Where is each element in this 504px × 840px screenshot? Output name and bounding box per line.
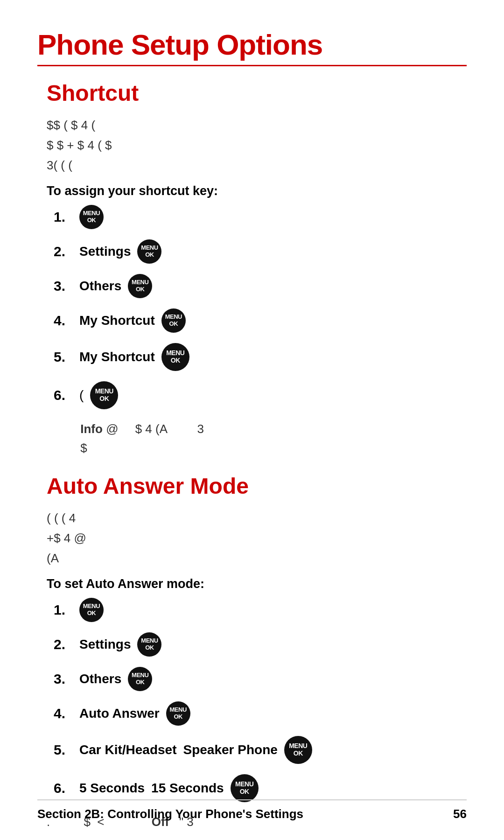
shortcut-step-6: 6. ( MENUOK <box>47 381 457 409</box>
auto-answer-title: Auto Answer Mode <box>47 473 467 499</box>
shortcut-note-line2: $ <box>47 439 457 458</box>
title-divider <box>37 65 467 66</box>
aa-step-2: 2. Settings MENUOK <box>47 632 457 657</box>
step-2-bold: Settings <box>79 244 131 259</box>
step-text-6: ( MENUOK <box>79 381 457 409</box>
aa-step-6-bold1: 5 Seconds <box>79 781 145 796</box>
step-text-3: Others MENUOK <box>79 274 457 298</box>
aa-step-3: 3. Others MENUOK <box>47 667 457 691</box>
shortcut-step-5: 5. My Shortcut MENUOK <box>47 343 457 371</box>
shortcut-instruction: To assign your shortcut key: <box>47 184 457 198</box>
step-6-text: ( <box>79 388 84 403</box>
aa-menu-ok-btn-5[interactable]: MENUOK <box>284 736 312 764</box>
aa-step-num-4: 4. <box>47 706 79 721</box>
shortcut-note-line1: Info @ $ 4 (A 3 <box>47 420 457 439</box>
shortcut-section: Shortcut $$ ( $ 4 ( $ $ + $ 4 ( $ 3( ( (… <box>37 80 467 458</box>
aa-step-4-bold: Auto Answer <box>79 706 160 721</box>
info-label: Info <box>80 422 103 436</box>
aa-step-1: 1. MENUOK <box>47 598 457 622</box>
auto-desc-line1: ( ( ( 4 <box>47 508 457 528</box>
aa-step-text-4: Auto Answer MENUOK <box>79 701 457 726</box>
shortcut-desc-line1: $$ ( $ 4 ( <box>47 115 457 135</box>
auto-desc-line2: +$ 4 @ <box>47 528 457 548</box>
shortcut-note: Info @ $ 4 (A 3 $ <box>47 420 457 458</box>
aa-step-text-2: Settings MENUOK <box>79 632 457 657</box>
menu-ok-btn-5[interactable]: MENUOK <box>161 343 189 371</box>
step-num-1: 1. <box>47 209 79 225</box>
aa-step-5-bold1: Car Kit/Headset <box>79 742 177 757</box>
step-num-2: 2. <box>47 244 79 259</box>
step-text-4: My Shortcut MENUOK <box>79 308 457 333</box>
aa-menu-ok-btn-1[interactable]: MENUOK <box>79 598 104 622</box>
menu-ok-btn-3[interactable]: MENUOK <box>128 274 152 298</box>
page-footer: Section 2B: Controlling Your Phone's Set… <box>37 799 467 821</box>
aa-step-3-bold: Others <box>79 672 121 686</box>
auto-desc-line3: (A <box>47 548 457 568</box>
step-4-bold: My Shortcut <box>79 313 155 328</box>
step-num-4: 4. <box>47 313 79 329</box>
aa-menu-ok-btn-2[interactable]: MENUOK <box>137 632 161 657</box>
step-num-6: 6. <box>47 387 79 403</box>
aa-menu-ok-btn-6[interactable]: MENUOK <box>231 774 259 802</box>
shortcut-desc: $$ ( $ 4 ( $ $ + $ 4 ( $ 3( ( ( <box>47 115 457 175</box>
aa-step-text-6: 5 Seconds 15 Seconds MENUOK <box>79 774 457 802</box>
aa-menu-ok-btn-3[interactable]: MENUOK <box>128 667 152 691</box>
menu-ok-btn-1[interactable]: MENUOK <box>79 205 104 229</box>
aa-step-num-3: 3. <box>47 671 79 687</box>
menu-ok-btn-4[interactable]: MENUOK <box>161 308 186 333</box>
shortcut-step-4: 4. My Shortcut MENUOK <box>47 308 457 333</box>
aa-step-6-bold2: 15 Seconds <box>151 781 224 796</box>
step-text-1: MENUOK <box>79 205 457 229</box>
auto-answer-steps: 1. MENUOK 2. Settings MENUOK 3. Others M… <box>47 598 457 802</box>
aa-step-2-bold: Settings <box>79 637 131 652</box>
shortcut-step-3: 3. Others MENUOK <box>47 274 457 298</box>
auto-answer-section: Auto Answer Mode ( ( ( 4 +$ 4 @ (A To se… <box>37 473 467 832</box>
step-num-3: 3. <box>47 278 79 294</box>
step-text-2: Settings MENUOK <box>79 239 457 264</box>
auto-answer-instruction: To set Auto Answer mode: <box>47 577 457 591</box>
shortcut-title: Shortcut <box>47 80 467 106</box>
aa-step-num-6: 6. <box>47 780 79 796</box>
step-text-5: My Shortcut MENUOK <box>79 343 457 371</box>
shortcut-desc-line2: $ $ + $ 4 ( $ <box>47 135 457 155</box>
aa-step-6: 6. 5 Seconds 15 Seconds MENUOK <box>47 774 457 802</box>
aa-step-text-5: Car Kit/Headset Speaker Phone MENUOK <box>79 736 457 764</box>
aa-menu-ok-btn-4[interactable]: MENUOK <box>166 701 190 726</box>
step-3-bold: Others <box>79 279 121 294</box>
footer-page-number: 56 <box>453 807 467 821</box>
menu-ok-btn-2[interactable]: MENUOK <box>137 239 161 264</box>
aa-step-5: 5. Car Kit/Headset Speaker Phone MENUOK <box>47 736 457 764</box>
aa-step-text-3: Others MENUOK <box>79 667 457 691</box>
footer-section-label: Section 2B: Controlling Your Phone's Set… <box>37 807 303 821</box>
page-title: Phone Setup Options <box>37 28 467 61</box>
page-content: Phone Setup Options Shortcut $$ ( $ 4 ( … <box>0 0 504 840</box>
step-5-bold: My Shortcut <box>79 350 155 364</box>
shortcut-step-1: 1. MENUOK <box>47 205 457 229</box>
aa-step-num-5: 5. <box>47 742 79 758</box>
auto-answer-desc: ( ( ( 4 +$ 4 @ (A <box>47 508 457 568</box>
aa-step-num-2: 2. <box>47 637 79 652</box>
aa-step-text-1: MENUOK <box>79 598 457 622</box>
shortcut-step-2: 2. Settings MENUOK <box>47 239 457 264</box>
aa-step-num-1: 1. <box>47 602 79 618</box>
step-num-5: 5. <box>47 349 79 365</box>
shortcut-desc-line3: 3( ( ( <box>47 155 457 175</box>
menu-ok-btn-6[interactable]: MENUOK <box>90 381 118 409</box>
shortcut-steps: 1. MENUOK 2. Settings MENUOK 3. Others M… <box>47 205 457 409</box>
aa-step-5-bold2: Speaker Phone <box>183 742 278 757</box>
aa-step-4: 4. Auto Answer MENUOK <box>47 701 457 726</box>
